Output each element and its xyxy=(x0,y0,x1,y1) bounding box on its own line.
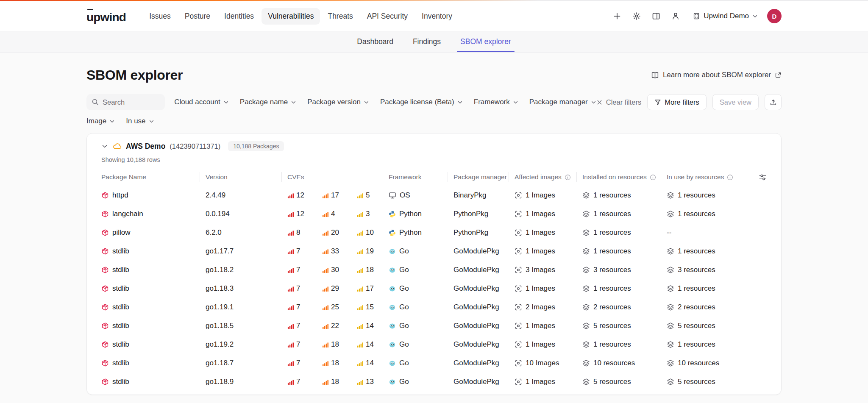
avatar[interactable]: D xyxy=(767,9,782,23)
col-affected-images[interactable]: Affected images xyxy=(515,173,582,181)
layers-icon xyxy=(582,247,590,255)
col-package-name[interactable]: Package Name xyxy=(101,173,206,181)
save-view-button[interactable]: Save view xyxy=(712,94,759,110)
high-count: 18 xyxy=(331,340,339,349)
in-use-by-resources-cell: 3 resources xyxy=(667,266,739,274)
nav-inventory[interactable]: Inventory xyxy=(415,8,459,25)
cve-medium: 14 xyxy=(357,322,388,330)
severity-medium-icon xyxy=(357,230,363,236)
building-icon xyxy=(693,12,700,20)
topbar-left: upwind IssuesPostureIdentitiesVulnerabil… xyxy=(86,8,459,25)
framework-cell: Go xyxy=(389,340,453,349)
package-name-cell: pillow xyxy=(101,228,206,237)
org-switcher[interactable]: Upwind Demo xyxy=(693,12,758,20)
tab-findings[interactable]: Findings xyxy=(413,31,441,52)
affected-images-value: 2 Images xyxy=(526,303,555,311)
filter-dropdowns-row2: ImageIn use xyxy=(86,116,782,126)
table-row[interactable]: stdlib go1.17.7 7 33 19 Go GoModulePkg 1… xyxy=(101,242,767,261)
nav-posture[interactable]: Posture xyxy=(178,8,217,25)
layers-icon xyxy=(582,378,590,386)
table-row[interactable]: httpd 2.4.49 12 17 5 OS BinaryPkg 1 Imag… xyxy=(101,186,767,205)
nav-vulnerabilities[interactable]: Vulnerabilities xyxy=(262,8,320,25)
package-name-cell: stdlib xyxy=(101,340,206,349)
nav-issues[interactable]: Issues xyxy=(143,8,177,25)
table-row[interactable]: stdlib go1.19.1 7 25 15 Go GoModulePkg 2… xyxy=(101,298,767,317)
cve-critical: 7 xyxy=(287,303,319,311)
in-use-by-value: 10 resources xyxy=(678,359,719,367)
package-manager: PythonPkg xyxy=(453,228,488,237)
col-framework[interactable]: Framework xyxy=(389,173,453,181)
info-icon[interactable] xyxy=(565,174,571,181)
table-row[interactable]: stdlib go1.18.7 7 18 14 Go GoModulePkg 1… xyxy=(101,354,767,372)
installed-on-value: 5 resources xyxy=(593,378,631,386)
filter-framework[interactable]: Framework xyxy=(474,98,518,106)
nav-api-security[interactable]: API Security xyxy=(361,8,414,25)
table-row[interactable]: stdlib go1.18.9 7 18 13 Go GoModulePkg 1… xyxy=(101,372,767,391)
filter-in-use[interactable]: In use xyxy=(126,117,154,125)
col-package-manager[interactable]: Package manager xyxy=(453,173,515,181)
package-manager: GoModulePkg xyxy=(453,284,499,293)
table-row[interactable]: langchain 0.0.194 12 4 3 Python PythonPk… xyxy=(101,205,767,223)
layout-columns-icon[interactable] xyxy=(651,11,661,21)
nav-threats[interactable]: Threats xyxy=(321,8,359,25)
installed-on-resources-cell: 1 resources xyxy=(582,284,667,293)
severity-medium-icon xyxy=(357,248,363,255)
nav-identities[interactable]: Identities xyxy=(218,8,260,25)
in-use-by-resources-cell: 2 resources xyxy=(667,303,739,311)
table-row[interactable]: stdlib go1.19.2 7 18 14 Go GoModulePkg 1… xyxy=(101,335,767,354)
filter-package-version[interactable]: Package version xyxy=(307,98,369,106)
layers-icon xyxy=(667,341,674,348)
filter-package-name[interactable]: Package name xyxy=(240,98,296,106)
cves-cell: 7 18 14 xyxy=(287,340,389,349)
column-settings-icon[interactable] xyxy=(759,173,767,181)
tab-dashboard[interactable]: Dashboard xyxy=(357,31,393,52)
export-button[interactable] xyxy=(765,94,782,110)
clear-filters-label: Clear filters xyxy=(606,98,641,106)
in-use-by-value: 2 resources xyxy=(678,303,715,311)
affected-images-value: 1 Images xyxy=(526,191,555,200)
layers-icon xyxy=(582,303,590,311)
table-row[interactable]: pillow 6.2.0 8 20 10 Python PythonPkg 1 … xyxy=(101,223,767,242)
tab-sbom-explorer[interactable]: SBOM explorer xyxy=(460,31,511,52)
gear-icon[interactable] xyxy=(632,11,642,21)
affected-images-value: 10 Images xyxy=(526,359,559,367)
table-row[interactable]: stdlib go1.18.5 7 22 14 Go GoModulePkg 1… xyxy=(101,317,767,335)
cve-medium: 19 xyxy=(357,247,388,256)
col-version[interactable]: Version xyxy=(206,173,287,181)
col-installed-on-resources[interactable]: Installed on resources xyxy=(582,173,667,181)
plus-icon[interactable] xyxy=(612,11,622,21)
info-icon[interactable] xyxy=(650,174,656,181)
version-cell: go1.18.2 xyxy=(206,266,287,274)
package-icon xyxy=(101,229,109,236)
package-name: pillow xyxy=(112,228,131,237)
more-filters-button[interactable]: More filters xyxy=(647,94,707,110)
version-cell: 0.0.194 xyxy=(206,210,287,218)
filter-cloud-account[interactable]: Cloud account xyxy=(174,98,229,106)
col-in-use-by-resources[interactable]: In use by resources xyxy=(667,173,739,181)
severity-high-icon xyxy=(322,267,328,273)
package-manager-cell: GoModulePkg xyxy=(453,322,515,330)
upwind-logo[interactable]: upwind xyxy=(86,8,126,24)
learn-more-link[interactable]: Learn more about SBOM explorer xyxy=(651,71,782,79)
table-row[interactable]: stdlib go1.18.2 7 30 18 Go GoModulePkg 3… xyxy=(101,261,767,279)
group-header[interactable]: AWS Demo (142390711371) 10,188 Packages xyxy=(101,141,767,151)
table-row[interactable]: stdlib go1.18.3 7 29 17 Go GoModulePkg 1… xyxy=(101,279,767,298)
column-label: In use by resources xyxy=(667,173,724,181)
filter-package-license-beta[interactable]: Package license (Beta) xyxy=(380,98,463,106)
installed-on-resources-cell: 1 resources xyxy=(582,247,667,256)
cve-high: 30 xyxy=(322,266,353,274)
filters-actions: Clear filters More filters Save view xyxy=(596,94,782,110)
filter-package-manager[interactable]: Package manager xyxy=(529,98,596,106)
person-icon[interactable] xyxy=(670,11,681,21)
in-use-by-value: 1 resources xyxy=(678,210,715,218)
filter-image[interactable]: Image xyxy=(86,117,115,125)
framework-cell: Go xyxy=(389,378,453,386)
clear-filters-button[interactable]: Clear filters xyxy=(596,98,641,106)
critical-count: 7 xyxy=(296,359,300,367)
chevron-down-icon[interactable] xyxy=(101,143,108,150)
col-cves[interactable]: CVEs xyxy=(287,173,389,181)
package-version: go1.17.7 xyxy=(206,247,234,256)
package-version: 2.4.49 xyxy=(206,191,225,200)
filter-label: Package version xyxy=(307,98,361,106)
chevron-down-icon xyxy=(752,14,758,19)
